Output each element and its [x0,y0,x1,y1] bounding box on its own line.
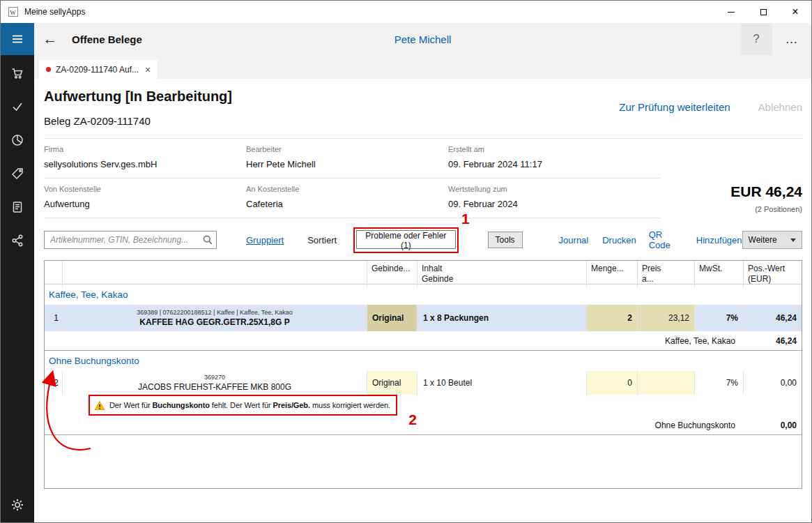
sidebar-item-reports[interactable] [1,123,34,157]
article-cell: 369389 | 07622200188512 | Kaffee | Kaffe… [63,305,367,331]
maximize-button[interactable] [747,1,779,23]
svg-text:W: W [10,9,16,16]
tab-close-icon[interactable]: × [145,64,151,75]
field-label: Wertstellung zum [448,185,660,193]
positions-toolbar: Gruppiert Sortiert Probleme oder Fehler … [44,229,802,250]
field-value: 09. Februar 2024 [448,199,660,209]
subtotal-value: 0,00 [742,420,802,430]
settings-button[interactable] [1,489,34,521]
print-link[interactable]: Drucken [602,235,636,245]
field-erstellt-am: Erstellt am 09. Februar 2024 11:17 [448,139,660,179]
field-value: sellysolutions Serv.ges.mbH [44,159,246,169]
help-button[interactable]: ? [740,23,772,55]
qr-code-link[interactable]: QR Code [649,229,684,250]
back-arrow-icon: ← [43,31,58,47]
inhalt-cell: 1 x 8 Packungen [418,305,587,331]
app-window: W Meine sellyApps × [0,0,812,523]
sidebar-item-articles[interactable] [1,157,34,190]
header-num [45,261,63,287]
sidebar-item-share[interactable] [1,224,34,257]
header-pos-wert[interactable]: Pos.-Wert(EUR) [744,261,802,287]
sorted-toggle[interactable]: Sortiert [307,235,337,245]
gebinde-cell[interactable]: Original [367,371,418,395]
minimize-icon [728,12,735,13]
menge-cell[interactable]: 2 [587,305,638,331]
book-icon [10,200,24,214]
problems-filter-button[interactable]: Probleme oder Fehler (1) [356,230,455,249]
preis-cell[interactable]: 23,12 [638,305,695,331]
minimize-button[interactable] [715,1,747,23]
check-icon [10,100,24,114]
add-link[interactable]: Hinzufügen [696,235,742,245]
document-fields: Firma sellysolutions Serv.ges.mbH Bearbe… [44,139,660,218]
pie-chart-icon [10,133,24,147]
sidebar-item-journal[interactable] [1,190,34,224]
close-button[interactable]: × [779,1,811,23]
field-value: Aufwertung [44,199,246,209]
document-tab[interactable]: ZA-0209-111740 Auf... × [39,60,158,79]
close-icon: × [792,6,798,17]
preis-cell[interactable] [638,371,695,395]
field-label: Von Kostenstelle [44,185,246,193]
field-bearbeiter: Bearbeiter Herr Pete Michell [246,139,448,179]
article-name: JACOBS FRUEHST-KAFFEE MKB 800G [138,382,291,392]
chevron-down-icon [790,238,796,242]
forward-for-review-action[interactable]: Zur Prüfung weiterleiten [619,101,730,113]
table-header-row: Gebinde... InhaltGebinde Menge... Preisa… [45,261,802,285]
header-inhalt-gebinde[interactable]: InhaltGebinde [418,261,587,287]
row-number: 2 [45,371,63,395]
group-header-kaffee[interactable]: Kaffee, Tee, Kakao [45,285,802,305]
group-subtotal-row: Kaffee, Tee, Kakao 46,24 [45,331,802,351]
warning-col: Der Wert für Buchungskonto fehlt. Der We… [63,396,802,414]
sidebar-item-tasks[interactable] [1,90,34,123]
field-wertstellung: Wertstellung zum 09. Februar 2024 [448,179,660,218]
article-meta: 369389 | 07622200188512 | Kaffee | Kaffe… [137,309,293,316]
header-mwst[interactable]: MwSt. [695,261,744,287]
journal-link[interactable]: Journal [559,235,589,245]
header-line: a... [642,274,654,284]
article-name: KAFFEE HAG GEGR.GETR.25X1,8G P [139,317,289,327]
menge-cell[interactable]: 0 [587,371,638,395]
group-header-ohne-buchungskonto[interactable]: Ohne Buchungskonto [45,351,802,371]
table-row[interactable]: 2 369270 JACOBS FRUEHST-KAFFEE MKB 800G … [45,371,802,395]
more-dropdown[interactable]: Weitere [742,231,802,249]
header-preis[interactable]: Preisa... [638,261,695,287]
warning-bold-part: Buchungskonto [152,401,209,409]
maximize-icon [760,9,767,15]
tab-strip: ZA-0209-111740 Auf... × [34,55,811,79]
title-bar: W Meine sellyApps × [1,1,811,23]
document-actions: Zur Prüfung weiterleiten Ablehnen [619,101,802,113]
field-label: An Kostenstelle [246,185,448,193]
menu-button[interactable] [1,23,34,55]
back-button[interactable]: ← [34,23,66,55]
field-firma: Firma sellysolutions Serv.ges.mbH [44,139,246,179]
warning-bold-part: Preis/Geb. [273,401,310,409]
table-row[interactable]: 1 369389 | 07622200188512 | Kaffee | Kaf… [45,305,802,331]
article-meta: 369270 [204,374,225,381]
header-gebinde[interactable]: Gebinde... [367,261,418,287]
tag-icon [10,167,24,181]
header-article [63,261,367,287]
reject-action[interactable]: Ablehnen [758,101,802,113]
search-wrap [44,231,217,249]
app-header: ← Offene Belege Pete Michell ? … [34,23,811,55]
search-input[interactable] [44,231,217,249]
more-menu-button[interactable]: … [772,23,811,55]
header-line: Preis [642,264,661,273]
field-von-kostenstelle: Von Kostenstelle Aufwertung [44,179,246,218]
warning-text-part: muss korrigiert werden. [310,401,390,409]
mwst-cell: 7% [695,371,744,395]
field-an-kostenstelle: An Kostenstelle Cafeteria [246,179,448,218]
tools-button[interactable]: Tools [488,232,523,248]
gebinde-cell[interactable]: Original [367,305,418,331]
sidebar-item-cart[interactable] [1,56,34,90]
field-value: 09. Februar 2024 11:17 [448,159,660,169]
current-user[interactable]: Pete Michell [34,33,811,45]
header-menge[interactable]: Menge... [587,261,638,287]
header-line: Pos.-Wert [748,264,785,273]
grouped-toggle[interactable]: Gruppiert [246,235,284,245]
warning-icon [94,400,105,411]
document-total: EUR 46,24 (2 Positionen) [730,183,802,213]
window-controls: × [715,1,811,23]
subtotal-label: Ohne Buchungskonto [45,420,742,430]
